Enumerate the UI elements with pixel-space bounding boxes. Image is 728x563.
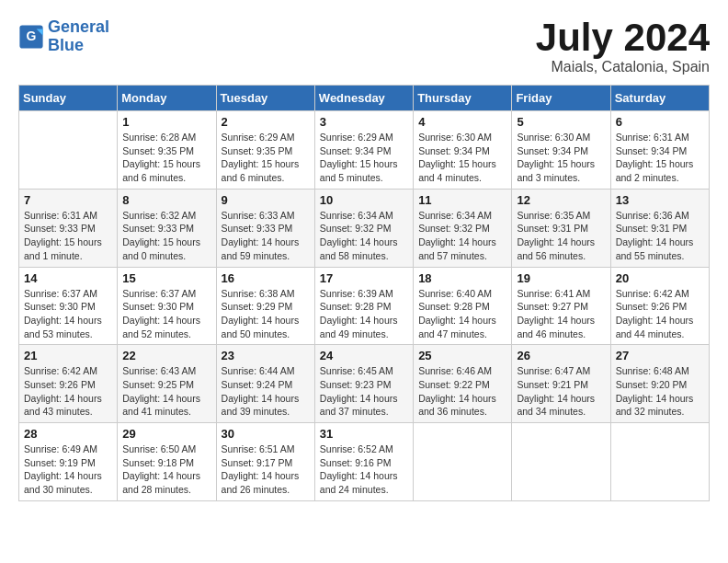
- calendar-cell: 3Sunrise: 6:29 AMSunset: 9:34 PMDaylight…: [314, 111, 413, 190]
- day-number: 16: [222, 271, 310, 285]
- day-info: Sunrise: 6:39 AMSunset: 9:28 PMDaylight:…: [320, 287, 408, 341]
- svg-text:G: G: [27, 29, 37, 43]
- day-info: Sunrise: 6:37 AMSunset: 9:30 PMDaylight:…: [24, 287, 112, 341]
- day-info: Sunrise: 6:48 AMSunset: 9:20 PMDaylight:…: [616, 364, 704, 419]
- day-info: Sunrise: 6:49 AMSunset: 9:19 PMDaylight:…: [24, 442, 112, 497]
- day-number: 13: [616, 193, 704, 207]
- calendar-cell: 19Sunrise: 6:41 AMSunset: 9:27 PMDayligh…: [512, 267, 610, 345]
- day-info: Sunrise: 6:42 AMSunset: 9:26 PMDaylight:…: [616, 287, 704, 341]
- calendar-cell: [512, 423, 610, 501]
- day-number: 11: [418, 193, 506, 207]
- day-info: Sunrise: 6:40 AMSunset: 9:28 PMDaylight:…: [418, 287, 506, 341]
- calendar-cell: 23Sunrise: 6:44 AMSunset: 9:24 PMDayligh…: [216, 345, 314, 423]
- day-info: Sunrise: 6:42 AMSunset: 9:26 PMDaylight:…: [24, 364, 112, 419]
- calendar-cell: 11Sunrise: 6:34 AMSunset: 9:32 PMDayligh…: [414, 189, 512, 267]
- calendar-cell: 1Sunrise: 6:28 AMSunset: 9:35 PMDaylight…: [118, 111, 216, 190]
- day-number: 10: [320, 193, 408, 207]
- day-info: Sunrise: 6:43 AMSunset: 9:25 PMDaylight:…: [122, 364, 210, 419]
- calendar-cell: 26Sunrise: 6:47 AMSunset: 9:21 PMDayligh…: [512, 345, 610, 423]
- page-header: G General Blue July 2024 Maials, Catalon…: [18, 18, 710, 75]
- day-info: Sunrise: 6:34 AMSunset: 9:32 PMDaylight:…: [320, 209, 408, 263]
- calendar-cell: 31Sunrise: 6:52 AMSunset: 9:16 PMDayligh…: [314, 423, 413, 501]
- day-number: 6: [616, 115, 704, 129]
- weekday-header-tuesday: Tuesday: [216, 86, 314, 111]
- weekday-header-saturday: Saturday: [610, 86, 709, 111]
- day-number: 1: [122, 115, 210, 129]
- calendar-cell: 20Sunrise: 6:42 AMSunset: 9:26 PMDayligh…: [610, 267, 709, 345]
- day-number: 3: [320, 115, 408, 129]
- day-number: 2: [222, 115, 310, 129]
- day-info: Sunrise: 6:47 AMSunset: 9:21 PMDaylight:…: [517, 364, 605, 419]
- calendar-cell: 24Sunrise: 6:45 AMSunset: 9:23 PMDayligh…: [314, 345, 413, 423]
- calendar-cell: 10Sunrise: 6:34 AMSunset: 9:32 PMDayligh…: [314, 189, 413, 267]
- calendar-cell: 5Sunrise: 6:30 AMSunset: 9:34 PMDaylight…: [512, 111, 610, 190]
- day-number: 7: [24, 193, 112, 207]
- logo-icon: G: [18, 24, 44, 50]
- calendar-cell: 27Sunrise: 6:48 AMSunset: 9:20 PMDayligh…: [610, 345, 709, 423]
- day-number: 22: [122, 349, 210, 362]
- day-number: 12: [517, 193, 605, 207]
- day-info: Sunrise: 6:28 AMSunset: 9:35 PMDaylight:…: [122, 131, 210, 185]
- day-number: 31: [320, 427, 408, 441]
- calendar-cell: 22Sunrise: 6:43 AMSunset: 9:25 PMDayligh…: [118, 345, 216, 423]
- day-info: Sunrise: 6:41 AMSunset: 9:27 PMDaylight:…: [517, 287, 605, 341]
- month-title: July 2024: [536, 18, 710, 57]
- calendar-cell: 28Sunrise: 6:49 AMSunset: 9:19 PMDayligh…: [19, 423, 118, 501]
- day-number: 5: [517, 115, 605, 129]
- calendar-cell: 8Sunrise: 6:32 AMSunset: 9:33 PMDaylight…: [118, 189, 216, 267]
- day-number: 30: [222, 427, 310, 441]
- day-info: Sunrise: 6:52 AMSunset: 9:16 PMDaylight:…: [320, 442, 408, 497]
- logo: G General Blue: [18, 18, 109, 55]
- calendar-cell: 7Sunrise: 6:31 AMSunset: 9:33 PMDaylight…: [19, 189, 118, 267]
- calendar-cell: 30Sunrise: 6:51 AMSunset: 9:17 PMDayligh…: [216, 423, 314, 501]
- weekday-header-friday: Friday: [512, 86, 610, 111]
- day-info: Sunrise: 6:46 AMSunset: 9:22 PMDaylight:…: [418, 364, 506, 419]
- calendar-cell: 18Sunrise: 6:40 AMSunset: 9:28 PMDayligh…: [414, 267, 512, 345]
- calendar-cell: 12Sunrise: 6:35 AMSunset: 9:31 PMDayligh…: [512, 189, 610, 267]
- calendar-cell: 14Sunrise: 6:37 AMSunset: 9:30 PMDayligh…: [19, 267, 118, 345]
- day-number: 18: [418, 271, 506, 285]
- day-info: Sunrise: 6:35 AMSunset: 9:31 PMDaylight:…: [517, 209, 605, 263]
- day-number: 24: [320, 349, 408, 362]
- day-number: 28: [24, 427, 112, 441]
- day-number: 20: [616, 271, 704, 285]
- calendar-cell: [610, 423, 709, 501]
- day-info: Sunrise: 6:34 AMSunset: 9:32 PMDaylight:…: [418, 209, 506, 263]
- calendar-cell: 21Sunrise: 6:42 AMSunset: 9:26 PMDayligh…: [19, 345, 118, 423]
- calendar-cell: 25Sunrise: 6:46 AMSunset: 9:22 PMDayligh…: [414, 345, 512, 423]
- day-number: 23: [222, 349, 310, 362]
- calendar-cell: 15Sunrise: 6:37 AMSunset: 9:30 PMDayligh…: [118, 267, 216, 345]
- day-info: Sunrise: 6:45 AMSunset: 9:23 PMDaylight:…: [320, 364, 408, 419]
- calendar-cell: 6Sunrise: 6:31 AMSunset: 9:34 PMDaylight…: [610, 111, 709, 190]
- day-info: Sunrise: 6:37 AMSunset: 9:30 PMDaylight:…: [122, 287, 210, 341]
- day-info: Sunrise: 6:36 AMSunset: 9:31 PMDaylight:…: [616, 209, 704, 263]
- day-info: Sunrise: 6:50 AMSunset: 9:18 PMDaylight:…: [122, 442, 210, 497]
- calendar-cell: 4Sunrise: 6:30 AMSunset: 9:34 PMDaylight…: [414, 111, 512, 190]
- day-number: 8: [122, 193, 210, 207]
- calendar-cell: [414, 423, 512, 501]
- calendar-cell: 17Sunrise: 6:39 AMSunset: 9:28 PMDayligh…: [314, 267, 413, 345]
- weekday-header-monday: Monday: [118, 86, 216, 111]
- day-number: 15: [122, 271, 210, 285]
- day-number: 19: [517, 271, 605, 285]
- weekday-header-sunday: Sunday: [19, 86, 118, 111]
- calendar-cell: 13Sunrise: 6:36 AMSunset: 9:31 PMDayligh…: [610, 189, 709, 267]
- day-number: 26: [517, 349, 605, 362]
- calendar-cell: 9Sunrise: 6:33 AMSunset: 9:33 PMDaylight…: [216, 189, 314, 267]
- day-number: 14: [24, 271, 112, 285]
- day-number: 27: [616, 349, 704, 362]
- calendar-cell: 16Sunrise: 6:38 AMSunset: 9:29 PMDayligh…: [216, 267, 314, 345]
- day-number: 4: [418, 115, 506, 129]
- weekday-header-thursday: Thursday: [414, 86, 512, 111]
- calendar-cell: 29Sunrise: 6:50 AMSunset: 9:18 PMDayligh…: [118, 423, 216, 501]
- day-number: 9: [222, 193, 310, 207]
- day-info: Sunrise: 6:33 AMSunset: 9:33 PMDaylight:…: [222, 209, 310, 263]
- title-area: July 2024 Maials, Catalonia, Spain: [536, 18, 710, 75]
- day-info: Sunrise: 6:31 AMSunset: 9:33 PMDaylight:…: [24, 209, 112, 263]
- day-number: 21: [24, 349, 112, 362]
- day-info: Sunrise: 6:30 AMSunset: 9:34 PMDaylight:…: [418, 131, 506, 185]
- location: Maials, Catalonia, Spain: [536, 59, 710, 75]
- day-info: Sunrise: 6:30 AMSunset: 9:34 PMDaylight:…: [517, 131, 605, 185]
- day-info: Sunrise: 6:51 AMSunset: 9:17 PMDaylight:…: [222, 442, 310, 497]
- logo-text: General Blue: [48, 18, 109, 55]
